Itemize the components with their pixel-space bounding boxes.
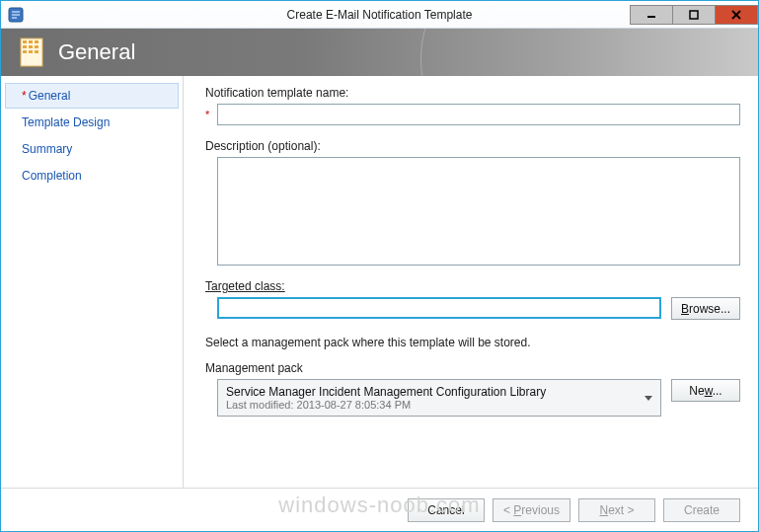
targeted-class-label: TTargeted class:argeted class: <box>205 279 740 293</box>
field-template-name: Notification template name: * <box>205 86 740 125</box>
nav-label: Summary <box>22 142 72 156</box>
svg-rect-8 <box>35 40 38 43</box>
description-label: Description (optional): <box>205 139 740 153</box>
nav-label: General <box>29 89 71 103</box>
minimize-button[interactable] <box>630 5 673 25</box>
create-button[interactable]: Create <box>663 498 740 522</box>
window-buttons <box>631 5 758 25</box>
new-mp-button[interactable]: New... <box>671 379 740 402</box>
description-input[interactable] <box>217 157 740 266</box>
svg-rect-13 <box>29 50 33 53</box>
wizard-banner: General <box>1 29 758 76</box>
svg-rect-7 <box>29 40 33 43</box>
management-pack-label: Management pack <box>205 361 740 375</box>
next-button[interactable]: Next > <box>578 498 655 522</box>
template-name-input[interactable] <box>217 104 740 125</box>
nav-item-summary[interactable]: Summary <box>5 136 179 162</box>
targeted-class-input[interactable] <box>217 297 661 319</box>
app-icon <box>7 6 25 24</box>
field-description: Description (optional): <box>205 139 740 266</box>
nav-item-template-design[interactable]: Template Design <box>5 110 179 135</box>
field-targeted-class: TTargeted class:argeted class: Browse... <box>205 279 740 320</box>
nav-label: Template Design <box>22 115 110 129</box>
management-pack-combo[interactable]: Service Manager Incident Management Conf… <box>217 379 661 417</box>
svg-rect-11 <box>35 45 38 48</box>
svg-rect-9 <box>23 45 27 48</box>
template-name-label: Notification template name: <box>205 86 740 100</box>
svg-rect-12 <box>23 50 27 53</box>
wizard-nav: *General Template Design Summary Complet… <box>1 76 184 488</box>
form-area: Notification template name: * Descriptio… <box>184 76 758 488</box>
required-marker: * <box>22 89 27 103</box>
svg-rect-2 <box>690 11 698 19</box>
nav-item-general[interactable]: *General <box>5 83 179 109</box>
svg-rect-10 <box>29 45 33 48</box>
title-bar: Create E-Mail Notification Template <box>1 1 758 29</box>
wizard-footer: windows-noob.com Cancel < Previous Next … <box>1 488 758 531</box>
nav-label: Completion <box>22 169 82 183</box>
wizard-body: *General Template Design Summary Complet… <box>1 76 758 488</box>
required-marker: * <box>205 104 213 125</box>
management-pack-selected: Service Manager Incident Management Conf… <box>226 385 639 399</box>
close-button[interactable] <box>715 5 758 25</box>
mp-helper-text: Select a management pack where this temp… <box>205 336 740 349</box>
previous-button[interactable]: < Previous <box>493 498 570 522</box>
management-pack-modified: Last modified: 2013-08-27 8:05:34 PM <box>226 399 639 412</box>
browse-button[interactable]: Browse... <box>671 297 740 320</box>
page-icon <box>19 38 46 66</box>
field-management-pack: Management pack Service Manager Incident… <box>205 361 740 417</box>
nav-item-completion[interactable]: Completion <box>5 163 179 189</box>
wizard-window: Create E-Mail Notification Template Gene… <box>0 0 759 532</box>
svg-rect-14 <box>35 50 38 53</box>
maximize-button[interactable] <box>672 5 716 25</box>
cancel-button[interactable]: Cancel <box>408 498 485 522</box>
svg-rect-6 <box>23 40 27 43</box>
banner-title: General <box>58 39 135 65</box>
